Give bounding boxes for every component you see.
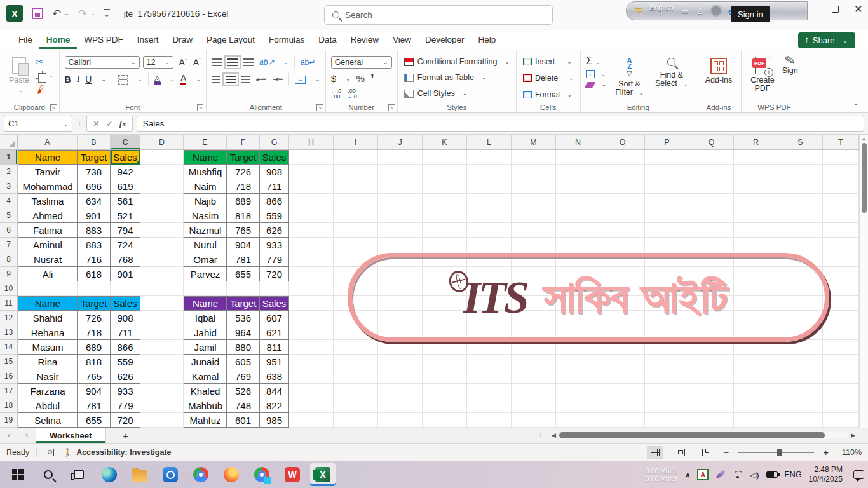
cell-S3[interactable]	[778, 179, 823, 194]
accessibility-status[interactable]: Accessibility: Investigate	[76, 448, 171, 457]
cell-O18[interactable]	[600, 398, 645, 413]
taskbar-icon-start[interactable]	[5, 463, 31, 486]
volume-icon[interactable]: ◁)	[750, 470, 759, 480]
row-header-10[interactable]: 10	[0, 281, 18, 296]
cell-G8[interactable]: 779	[260, 252, 289, 267]
clipboard-dialog-launcher[interactable]: ↘	[50, 104, 57, 111]
cell-L16[interactable]	[467, 369, 512, 384]
tab-view[interactable]: View	[386, 32, 418, 49]
cell-G15[interactable]: 951	[260, 355, 289, 369]
cell-T15[interactable]	[823, 355, 859, 369]
cell-M19[interactable]	[512, 413, 556, 428]
cell-T16[interactable]	[823, 369, 859, 384]
cell-J2[interactable]	[378, 165, 423, 179]
font-name-combo[interactable]: Calibri⌄	[65, 56, 140, 69]
cell-K3[interactable]	[423, 179, 467, 194]
cell-N5[interactable]	[556, 208, 600, 223]
cell-P6[interactable]	[645, 223, 689, 238]
cell-T13[interactable]	[823, 325, 859, 340]
row-header-11[interactable]: 11	[0, 296, 18, 311]
fill-color-icon[interactable]: ◬	[154, 74, 161, 85]
feather-pen-icon[interactable]	[715, 470, 726, 479]
row-header-7[interactable]: 7	[0, 238, 18, 252]
row-header-1[interactable]: 1	[0, 150, 18, 165]
cell-N1[interactable]	[556, 150, 600, 165]
horizontal-scroll-track[interactable]	[559, 432, 848, 438]
cell-D2[interactable]	[140, 165, 184, 179]
sort-filter-button[interactable]: AZ▽ Sort &Filter ⌄	[613, 54, 646, 98]
column-header-B[interactable]: B	[78, 135, 111, 149]
cell-Q16[interactable]	[689, 369, 734, 384]
font-color-icon[interactable]: A	[180, 74, 186, 85]
cell-E5[interactable]: Nasim	[184, 208, 227, 223]
top-align-icon[interactable]	[212, 58, 222, 66]
cell-A11[interactable]: Name	[18, 296, 78, 311]
cell-R19[interactable]	[734, 413, 778, 428]
row-header-12[interactable]: 12	[0, 311, 18, 325]
macro-record-icon[interactable]	[44, 449, 54, 456]
cell-L7[interactable]	[467, 238, 512, 252]
cell-N14[interactable]	[556, 340, 600, 355]
cell-F19[interactable]: 601	[227, 413, 260, 428]
taskbar-icon-excel[interactable]: X	[310, 463, 336, 486]
cell-C14[interactable]: 866	[111, 340, 140, 355]
cell-H14[interactable]	[289, 340, 334, 355]
cell-B7[interactable]: 883	[78, 238, 111, 252]
cell-B11[interactable]: Target	[78, 296, 111, 311]
cell-Q19[interactable]	[689, 413, 734, 428]
column-header-K[interactable]: K	[423, 135, 467, 149]
cell-J4[interactable]	[378, 194, 423, 208]
cell-T5[interactable]	[823, 208, 859, 223]
cell-C6[interactable]: 794	[111, 223, 140, 238]
cell-H7[interactable]	[289, 238, 334, 252]
comma-style-icon[interactable]: ’	[370, 76, 374, 82]
cell-G5[interactable]: 559	[260, 208, 289, 223]
cell-F15[interactable]: 605	[227, 355, 260, 369]
cell-G11[interactable]: Sales	[260, 296, 289, 311]
cell-D11[interactable]	[140, 296, 184, 311]
cell-Q14[interactable]	[689, 340, 734, 355]
conditional-formatting-button[interactable]: Conditional Formatting⌄	[403, 55, 511, 68]
cell-S19[interactable]	[778, 413, 823, 428]
vertical-scrollbar[interactable]: ▲	[859, 135, 868, 428]
cell-F14[interactable]: 880	[227, 340, 260, 355]
column-header-R[interactable]: R	[734, 135, 778, 149]
cell-I5[interactable]	[334, 208, 378, 223]
insert-cells-button[interactable]: Insert⌄	[522, 55, 573, 68]
cell-P18[interactable]	[645, 398, 689, 413]
cell-Q15[interactable]	[689, 355, 734, 369]
cell-L4[interactable]	[467, 194, 512, 208]
cell-Q1[interactable]	[689, 150, 734, 165]
cell-M6[interactable]	[512, 223, 556, 238]
cell-G7[interactable]: 933	[260, 238, 289, 252]
copy-icon[interactable]	[36, 71, 43, 79]
cell-B14[interactable]: 689	[78, 340, 111, 355]
cell-D6[interactable]	[140, 223, 184, 238]
cell-M3[interactable]	[512, 179, 556, 194]
cell-S2[interactable]	[778, 165, 823, 179]
cell-T9[interactable]	[823, 267, 859, 281]
taskbar-icon-search[interactable]	[36, 463, 61, 486]
format-as-table-button[interactable]: Format as Table⌄	[403, 71, 488, 84]
sheet-tab-worksheet[interactable]: Worksheet	[36, 428, 106, 443]
cell-E3[interactable]: Naim	[184, 179, 227, 194]
cell-F18[interactable]: 748	[227, 398, 260, 413]
cell-J15[interactable]	[378, 355, 423, 369]
redo-icon[interactable]: ↷	[78, 7, 87, 20]
cell-N19[interactable]	[556, 413, 600, 428]
align-center-icon[interactable]	[226, 76, 236, 83]
row-header-6[interactable]: 6	[0, 223, 18, 238]
cell-G2[interactable]: 908	[260, 165, 289, 179]
cell-R16[interactable]	[734, 369, 778, 384]
underline-dropdown-icon[interactable]: ⌄	[101, 76, 106, 83]
cell-E11[interactable]: Name	[184, 296, 227, 311]
decrease-indent-icon[interactable]: ⇤≡	[255, 75, 266, 84]
cell-B3[interactable]: 696	[78, 179, 111, 194]
cell-E8[interactable]: Omar	[184, 252, 227, 267]
cell-D3[interactable]	[140, 179, 184, 194]
cell-I17[interactable]	[334, 384, 378, 398]
column-header-M[interactable]: M	[512, 135, 556, 149]
taskbar-icon-firefox[interactable]	[219, 463, 244, 486]
cell-B18[interactable]: 781	[78, 398, 111, 413]
cell-C18[interactable]: 779	[111, 398, 140, 413]
